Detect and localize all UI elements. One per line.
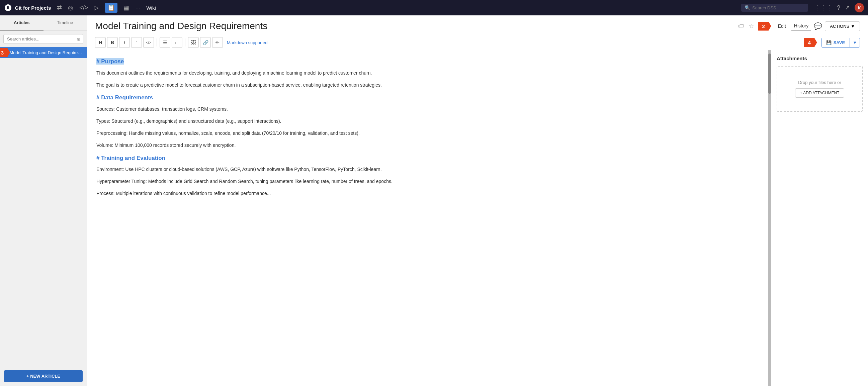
wiki-label: Wiki	[146, 5, 156, 11]
save-disk-icon: 💾	[826, 40, 832, 45]
header-actions: Edit History 💬 ACTIONS ▼	[775, 22, 860, 31]
app-name: Git for Projects	[15, 5, 51, 11]
grid-icon[interactable]: ▦	[123, 4, 129, 11]
actions-button[interactable]: ACTIONS ▼	[825, 22, 860, 31]
drop-zone[interactable]: Drop your files here or + ADD ATTACHMENT	[777, 66, 863, 112]
search-input[interactable]	[752, 5, 805, 10]
section-heading-data-requirements: # Data Requirements	[96, 93, 759, 103]
annotation-2-wrap: 2	[758, 22, 771, 31]
purpose-para-1: This document outlines the requirements …	[96, 69, 759, 77]
editor-toolbar: H B I " </> ☰ ≔ 🖼 🔗 ✏ Markdown supported…	[87, 35, 868, 50]
share-icon[interactable]: ⇄	[57, 4, 62, 11]
editor-body: # Purpose This document outlines the req…	[87, 50, 868, 386]
section-heading-training: # Training and Evaluation	[96, 154, 759, 163]
add-attachment-button[interactable]: + ADD ATTACHMENT	[795, 88, 844, 98]
tag-icon[interactable]: 🏷	[738, 23, 744, 30]
sidebar-item-label: Model Training and Design Requirem...	[9, 50, 83, 55]
search-icon: 🔍	[745, 5, 750, 10]
data-req-para-3: Preprocessing: Handle missing values, no…	[96, 129, 759, 137]
topbar-icons: ⇄ ◎ </> ▷ 📋 ▦ ··· Wiki	[57, 3, 156, 13]
purpose-selected: # Purpose	[96, 58, 124, 65]
star-icon[interactable]: ☆	[748, 23, 754, 30]
logo-icon	[4, 4, 12, 12]
sidebar-tabs: Articles Timeline	[0, 15, 87, 31]
history-button[interactable]: History	[792, 22, 811, 30]
code-button[interactable]: </>	[143, 37, 154, 48]
pen-button[interactable]: ✏	[212, 37, 223, 48]
training-para-3: Process: Multiple iterations with contin…	[96, 190, 759, 198]
new-article-button[interactable]: + NEW ARTICLE	[4, 370, 83, 382]
play-icon[interactable]: ▷	[94, 4, 99, 11]
help-icon[interactable]: ?	[837, 4, 840, 11]
tab-timeline[interactable]: Timeline	[43, 15, 87, 30]
actions-chevron-icon: ▼	[850, 24, 855, 29]
attachments-title: Attachments	[777, 56, 863, 61]
app-logo[interactable]: Git for Projects	[4, 4, 51, 12]
nav-circle-icon[interactable]: ◎	[68, 4, 73, 11]
bold-button[interactable]: B	[107, 37, 118, 48]
section-heading-purpose: # Purpose	[96, 57, 759, 67]
sidebar-search-wrap: ⊕	[0, 31, 87, 47]
annotation-3: 3	[0, 48, 10, 57]
external-link-icon[interactable]: ↗	[845, 4, 850, 11]
toolbar-separator-1	[157, 38, 157, 46]
data-req-para-2: Types: Structured (e.g., demographics) a…	[96, 118, 759, 125]
main-layout: Articles Timeline ⊕ ⌂ Model Training and…	[0, 15, 868, 386]
scrollbar-thumb[interactable]	[768, 54, 771, 94]
annotation-4: 4	[804, 38, 817, 47]
italic-button[interactable]: I	[119, 37, 130, 48]
training-para-2: Hyperparameter Tuning: Methods include G…	[96, 178, 759, 186]
comment-button[interactable]: 💬	[814, 22, 822, 30]
attachments-panel: Attachments Drop your files here or + AD…	[771, 50, 868, 386]
code-icon[interactable]: </>	[79, 4, 88, 11]
editor-content[interactable]: # Purpose This document outlines the req…	[87, 50, 768, 386]
sidebar-item-active[interactable]: ⌂ Model Training and Design Requirem... …	[0, 47, 87, 58]
data-req-para-4: Volume: Minimum 100,000 records stored s…	[96, 141, 759, 150]
toolbar-separator-2	[185, 38, 185, 46]
sidebar-search-icon: ⊕	[76, 36, 81, 42]
sidebar-search-input[interactable]	[3, 34, 83, 44]
drop-label: Drop your files here or	[784, 80, 855, 85]
content-area: Model Training and Design Requirements 🏷…	[87, 15, 868, 386]
wiki-icon[interactable]: 📋	[105, 3, 118, 13]
sidebar: Articles Timeline ⊕ ⌂ Model Training and…	[0, 15, 87, 386]
save-button-group: 💾 SAVE ▼	[821, 38, 860, 47]
annotation-2: 2	[758, 22, 771, 31]
more-icon[interactable]: ···	[135, 4, 140, 11]
grid-apps-icon[interactable]: ⋮⋮⋮	[814, 4, 832, 11]
header-icons: 🏷 ☆	[738, 23, 754, 30]
topbar: Git for Projects ⇄ ◎ </> ▷ 📋 ▦ ··· Wiki …	[0, 0, 868, 15]
purpose-para-2: The goal is to create a predictive model…	[96, 81, 759, 89]
numbered-list-button[interactable]: ≔	[172, 37, 182, 48]
link-button[interactable]: 🔗	[200, 37, 211, 48]
edit-button[interactable]: Edit	[775, 22, 789, 30]
image-button[interactable]: 🖼	[188, 37, 199, 48]
topbar-right-icons: ⋮⋮⋮ ? ↗ K	[814, 3, 864, 12]
data-req-para-1: Sources: Customer databases, transaction…	[96, 105, 759, 114]
page-title: Model Training and Design Requirements	[95, 21, 734, 31]
annotation-4-wrap: 4	[804, 38, 817, 47]
search-bar[interactable]: 🔍	[741, 4, 808, 12]
bullet-list-button[interactable]: ☰	[160, 37, 170, 48]
avatar[interactable]: K	[855, 3, 864, 12]
tab-articles[interactable]: Articles	[0, 15, 43, 30]
markdown-label: Markdown supported	[227, 40, 802, 45]
save-dropdown-button[interactable]: ▼	[849, 38, 860, 47]
quote-button[interactable]: "	[131, 37, 142, 48]
badge-3-label: 3	[1, 50, 4, 56]
save-button[interactable]: 💾 SAVE	[822, 38, 849, 47]
heading-button[interactable]: H	[95, 37, 106, 48]
training-para-1: Environment: Use HPC clusters or cloud-b…	[96, 166, 759, 173]
content-header: Model Training and Design Requirements 🏷…	[87, 15, 868, 35]
scroll-indicator[interactable]	[768, 50, 771, 386]
